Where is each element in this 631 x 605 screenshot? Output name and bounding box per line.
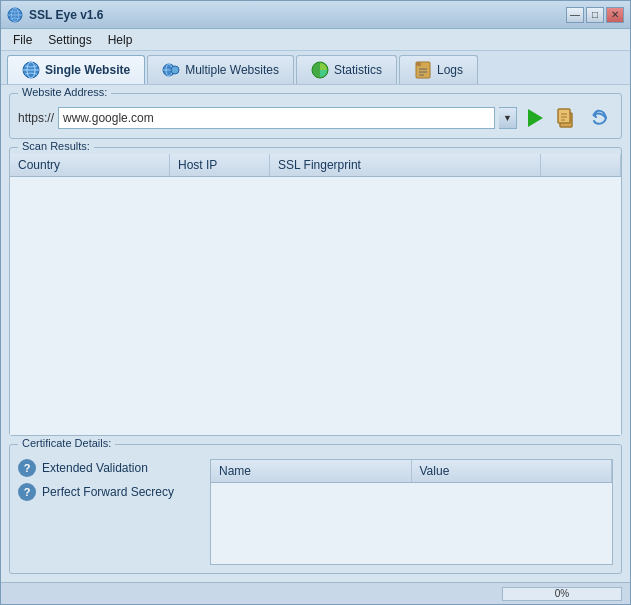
svg-rect-18 <box>558 109 570 123</box>
logs-icon <box>414 61 432 79</box>
address-row: https:// ▼ <box>18 104 613 132</box>
cert-table-body <box>211 483 612 564</box>
cert-col-name: Name <box>211 460 412 482</box>
back-button[interactable] <box>585 104 613 132</box>
certificate-details-label: Certificate Details: <box>18 437 115 449</box>
tab-single-website[interactable]: Single Website <box>7 55 145 84</box>
progress-text: 0% <box>555 588 569 599</box>
svg-rect-13 <box>416 62 421 66</box>
tab-logs[interactable]: Logs <box>399 55 478 84</box>
tab-multiple-websites[interactable]: Multiple Websites <box>147 55 294 84</box>
copy-button[interactable] <box>553 104 581 132</box>
multiple-globe-icon <box>162 61 180 79</box>
menu-bar: File Settings Help <box>1 29 630 51</box>
website-address-section: Website Address: https:// ▼ <box>9 93 622 139</box>
col-country: Country <box>10 154 170 176</box>
certificate-details-section: Certificate Details: ? Extended Validati… <box>9 444 622 574</box>
title-buttons: — □ ✕ <box>566 7 624 23</box>
website-address-label: Website Address: <box>18 86 111 98</box>
url-input[interactable] <box>58 107 495 129</box>
col-extra <box>541 154 621 176</box>
table-body <box>10 177 621 435</box>
url-dropdown-button[interactable]: ▼ <box>499 107 517 129</box>
cert-item-extended-validation[interactable]: ? Extended Validation <box>18 459 202 477</box>
scan-results-label: Scan Results: <box>18 140 94 152</box>
back-icon <box>588 107 610 129</box>
col-ssl-fingerprint: SSL Fingerprint <box>270 154 541 176</box>
progress-bar: 0% <box>502 587 622 601</box>
perfect-forward-secrecy-label: Perfect Forward Secrecy <box>42 485 174 499</box>
tab-multiple-websites-label: Multiple Websites <box>185 63 279 77</box>
protocol-label: https:// <box>18 111 54 125</box>
tab-statistics-label: Statistics <box>334 63 382 77</box>
scan-results-section: Scan Results: Country Host IP SSL Finger… <box>9 147 622 436</box>
menu-settings[interactable]: Settings <box>40 31 99 49</box>
minimize-button[interactable]: — <box>566 7 584 23</box>
title-bar: SSL Eye v1.6 — □ ✕ <box>1 1 630 29</box>
tab-logs-label: Logs <box>437 63 463 77</box>
status-bar: 0% <box>1 582 630 604</box>
menu-file[interactable]: File <box>5 31 40 49</box>
cert-item-perfect-forward-secrecy[interactable]: ? Perfect Forward Secrecy <box>18 483 202 501</box>
table-header: Country Host IP SSL Fingerprint <box>10 154 621 177</box>
globe-icon <box>22 61 40 79</box>
cert-col-value: Value <box>412 460 613 482</box>
cert-table-header: Name Value <box>211 460 612 483</box>
col-host-ip: Host IP <box>170 154 270 176</box>
maximize-button[interactable]: □ <box>586 7 604 23</box>
main-content: Website Address: https:// ▼ <box>1 85 630 582</box>
close-button[interactable]: ✕ <box>606 7 624 23</box>
question-icon-ev: ? <box>18 459 36 477</box>
tab-single-website-label: Single Website <box>45 63 130 77</box>
cert-right-panel: Name Value <box>210 459 613 565</box>
menu-help[interactable]: Help <box>100 31 141 49</box>
cert-left-panel: ? Extended Validation ? Perfect Forward … <box>10 445 210 573</box>
svg-point-10 <box>171 66 179 74</box>
statistics-icon <box>311 61 329 79</box>
window-title: SSL Eye v1.6 <box>29 8 104 22</box>
play-icon <box>528 109 543 127</box>
tab-statistics[interactable]: Statistics <box>296 55 397 84</box>
app-icon <box>7 7 23 23</box>
go-button[interactable] <box>521 104 549 132</box>
question-icon-pfs: ? <box>18 483 36 501</box>
main-window: SSL Eye v1.6 — □ ✕ File Settings Help Si… <box>0 0 631 605</box>
toolbar: Single Website Multiple Websites Statist… <box>1 51 630 85</box>
extended-validation-label: Extended Validation <box>42 461 148 475</box>
results-table: Country Host IP SSL Fingerprint <box>10 154 621 435</box>
copy-icon <box>556 107 578 129</box>
